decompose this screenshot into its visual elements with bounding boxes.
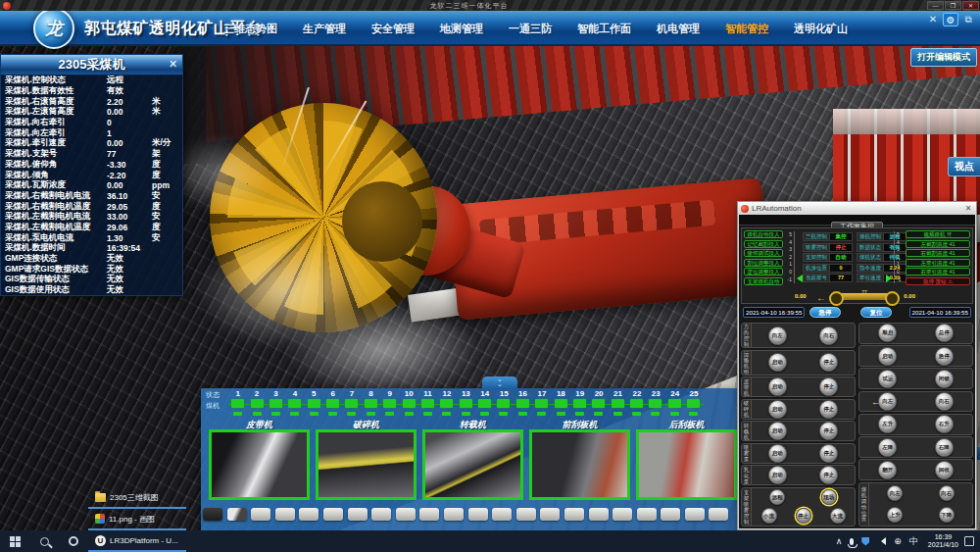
control-button-翻开[interactable]: 翻开 <box>878 461 897 479</box>
network-globe-icon[interactable]: ⊕ <box>894 536 902 546</box>
control-button-启动[interactable]: 启动 <box>768 444 787 463</box>
status-button-2[interactable]: 左截割温度 41 <box>906 240 970 248</box>
control-button-启动[interactable]: 启动 <box>768 422 787 440</box>
channel-square-1[interactable] <box>231 399 244 408</box>
viewpoint-tab[interactable]: 视点 <box>948 157 980 176</box>
control-button-右降[interactable]: 右降 <box>935 438 954 457</box>
bottom-square[interactable] <box>612 508 632 521</box>
menu-item-8[interactable]: 智能管控 <box>725 22 768 36</box>
bottom-square[interactable] <box>227 508 247 521</box>
control-button-远程[interactable]: 远程 <box>769 489 785 505</box>
bottom-square[interactable] <box>468 508 488 521</box>
control-button-向右[interactable]: 向右 <box>819 326 838 345</box>
minimize-button[interactable]: — <box>927 1 944 10</box>
start-button[interactable] <box>0 530 29 552</box>
estop-alert-button[interactable]: 急停 按钮 ⚠ <box>906 277 970 285</box>
taskbar-item[interactable]: 2305三维截图 <box>88 487 186 509</box>
resize-icon[interactable]: ⧉ <box>960 13 976 26</box>
menu-item-3[interactable]: 安全管理 <box>371 22 415 36</box>
bottom-square[interactable] <box>371 508 391 521</box>
control-button-右升[interactable]: 右升 <box>935 415 954 433</box>
control-button-顺启[interactable]: 顺启 <box>878 324 897 342</box>
status-button-5[interactable]: 右牵引温度 41 <box>906 268 970 276</box>
channel-square-15[interactable] <box>497 399 510 408</box>
clock[interactable]: 16:39 2021/4/10 <box>928 533 958 549</box>
control-button-左升[interactable]: 左升 <box>878 415 897 433</box>
control-button-向左[interactable]: 向左 <box>887 485 903 501</box>
mode-button-6[interactable]: 支架跟机自动 <box>744 277 783 285</box>
camera-thumbnail-转载机[interactable] <box>422 429 523 500</box>
channel-square-10[interactable] <box>403 399 416 408</box>
control-button-停止[interactable]: 停止 <box>819 422 838 440</box>
channel-square-12[interactable] <box>440 399 453 408</box>
maximize-button[interactable]: ❐ <box>945 1 961 10</box>
channel-square-8[interactable] <box>365 399 377 408</box>
microphone-icon[interactable] <box>850 538 854 545</box>
bottom-square[interactable] <box>637 508 657 521</box>
control-button-闭锁[interactable]: 闭锁 <box>935 370 954 388</box>
channel-square-3[interactable] <box>270 399 282 408</box>
menu-item-4[interactable]: 地测管理 <box>440 22 483 36</box>
channel-square-6[interactable] <box>326 399 339 408</box>
lr-close-icon[interactable]: ✕ <box>963 204 973 213</box>
taskbar-item[interactable]: ULR3DPlatform - U... <box>88 530 186 552</box>
status-button-4[interactable]: 左牵引温度 41 <box>906 259 970 267</box>
gear-icon[interactable]: ⚙ <box>943 13 958 26</box>
control-button-试运[interactable]: 试运 <box>878 370 897 388</box>
control-button-回收[interactable]: 回收 <box>935 461 954 479</box>
tray-chevron-up-icon[interactable]: ∧ <box>836 536 843 546</box>
control-button-停止[interactable]: 停止 <box>819 400 838 419</box>
camera-thumbnail-破碎机[interactable] <box>316 429 416 500</box>
bottom-square[interactable] <box>251 508 270 521</box>
camera-thumbnail-后刮板机[interactable] <box>636 429 737 500</box>
speaker-icon[interactable] <box>877 537 886 545</box>
taskbar-item[interactable]: 11.png - 画图 <box>88 509 186 530</box>
control-button-现场[interactable]: 现场 <box>821 489 837 505</box>
channel-square-11[interactable] <box>421 399 434 408</box>
control-button-向右[interactable]: 向右 <box>935 392 954 411</box>
close-icon[interactable]: ✕ <box>166 57 180 72</box>
channel-square-19[interactable] <box>573 399 586 408</box>
channel-square-18[interactable] <box>555 399 567 408</box>
channel-square-14[interactable] <box>478 399 491 408</box>
channel-square-7[interactable] <box>345 399 358 408</box>
mode-button-5[interactable]: 定位调整投入 <box>744 268 783 276</box>
bottom-square[interactable] <box>564 508 584 521</box>
control-button-急停[interactable]: 急停 <box>935 347 954 366</box>
channel-square-23[interactable] <box>649 399 662 408</box>
channel-square-13[interactable] <box>460 399 472 408</box>
bottom-square[interactable] <box>685 508 705 521</box>
close-button[interactable]: ✕ <box>962 1 979 10</box>
bottom-square[interactable] <box>589 508 609 521</box>
channel-square-9[interactable] <box>383 399 396 408</box>
bottom-square[interactable] <box>540 508 560 521</box>
mode-button-2[interactable]: 记忆截割投入 <box>744 240 783 248</box>
menu-item-7[interactable]: 机电管理 <box>657 22 700 36</box>
cortana-icon[interactable] <box>59 530 88 552</box>
channel-square-2[interactable] <box>251 399 264 408</box>
menu-item-5[interactable]: 一通三防 <box>509 22 552 36</box>
control-button-启动[interactable]: 启动 <box>768 466 787 484</box>
mode-button-1[interactable]: 跟机自动投入 <box>744 230 783 238</box>
channel-square-4[interactable] <box>288 399 301 408</box>
control-button-向右[interactable]: 向右 <box>939 485 955 501</box>
camera-thumbnail-皮带机[interactable] <box>209 429 310 500</box>
bottom-square[interactable] <box>348 508 368 521</box>
channel-square-20[interactable] <box>592 399 605 408</box>
control-button-停止[interactable]: 停止 <box>819 466 838 484</box>
control-button-停止[interactable]: 停止 <box>819 444 838 463</box>
menu-item-6[interactable]: 智能工作面 <box>577 22 631 36</box>
channel-square-22[interactable] <box>630 399 643 408</box>
channel-square-24[interactable] <box>668 399 681 408</box>
status-button-1[interactable]: 视频跟机 开 <box>906 230 970 238</box>
control-button-启动[interactable]: 启动 <box>768 400 787 419</box>
bottom-square[interactable] <box>492 508 512 521</box>
control-button-停止[interactable]: 停止 <box>819 377 838 396</box>
control-button-停止[interactable]: 停止 <box>796 508 811 524</box>
control-button-小流[interactable]: 小流 <box>761 508 777 524</box>
control-button-左降[interactable]: 左降 <box>878 438 897 457</box>
bottom-square[interactable] <box>323 508 343 521</box>
control-button-上升[interactable]: 上升 <box>887 507 903 523</box>
open-edit-mode-button[interactable]: 打开编辑模式 <box>910 48 977 67</box>
bottom-square[interactable] <box>709 508 728 521</box>
